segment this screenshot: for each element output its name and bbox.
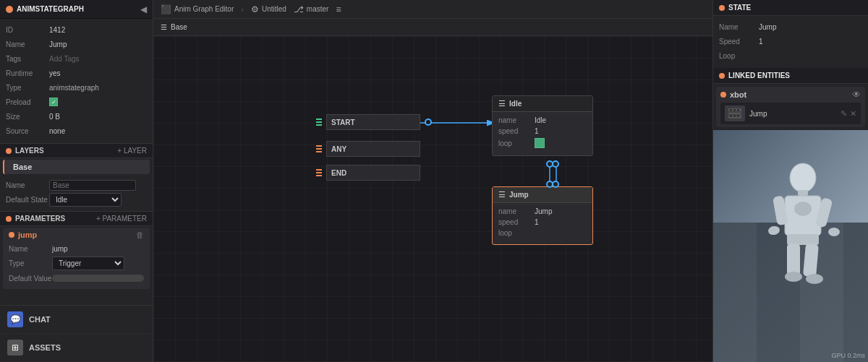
list-item[interactable]: ≡ — [336, 4, 341, 14]
anim-graph-icon: ⬛ — [161, 4, 171, 14]
param-name-label: Name — [9, 245, 52, 253]
list-icon: ≡ — [336, 4, 341, 14]
idle-node[interactable]: ☰ Idle name Idle speed 1 loop — [492, 95, 593, 156]
entity-eye-button[interactable]: 👁 — [852, 90, 861, 100]
base-tab-menu-icon: ☰ — [161, 23, 167, 31]
svg-rect-20 — [787, 234, 819, 245]
entity-item-xbot: xbot 👁 — [716, 87, 865, 127]
svg-rect-4 — [730, 109, 732, 111]
svg-rect-5 — [733, 109, 736, 111]
jump-node[interactable]: ☰ Jump name Jump speed 1 loop — [492, 186, 593, 245]
svg-rect-13 — [798, 190, 808, 196]
add-tags-button[interactable]: Add Tags — [49, 55, 80, 63]
settings-icon: ⚙ — [251, 4, 259, 14]
svg-point-24 — [806, 274, 823, 284]
base-tab-text: Base — [171, 23, 187, 31]
idle-node-body: name Idle speed 1 loop — [493, 112, 592, 155]
base-tab[interactable]: ☰ Base — [153, 19, 712, 36]
param-delete-button[interactable]: 🗑 — [136, 230, 144, 239]
entity-header: xbot 👁 — [720, 90, 861, 100]
graph-area[interactable]: START ANY END — [153, 36, 712, 362]
params-title: PARAMETERS — [6, 215, 65, 223]
state-speed-value: 1 — [759, 38, 763, 46]
idle-menu-icon: ☰ — [498, 99, 506, 108]
linked-title: LINKED ENTITIES — [728, 72, 790, 79]
param-header: jump 🗑 — [9, 230, 144, 239]
anim-edit-button[interactable]: ✎ — [841, 109, 847, 118]
add-param-button[interactable]: + PARAMETER — [96, 215, 147, 223]
assets-label: ASSETS — [29, 343, 61, 352]
param-type-label: Type — [9, 259, 52, 267]
add-layer-button[interactable]: + LAYER — [117, 147, 147, 155]
collapse-button[interactable]: ◀ — [140, 4, 147, 14]
settings-item[interactable]: ⚙ Untitled — [251, 4, 286, 14]
default-state-select[interactable]: Idle — [49, 193, 122, 207]
start-label: START — [331, 118, 355, 126]
param-type-row: Type Trigger — [9, 257, 144, 270]
id-row: ID 1412 — [6, 23, 147, 36]
start-node[interactable]: START — [316, 114, 432, 130]
layer-name: Base — [13, 163, 32, 171]
layer-name-input[interactable] — [49, 180, 136, 191]
tags-label: Tags — [6, 55, 49, 63]
idle-loop-row: loop — [498, 138, 587, 148]
anim-close-button[interactable]: ✕ — [850, 109, 856, 118]
start-node-bar: START — [326, 114, 420, 130]
layer-item-base[interactable]: Base — [3, 160, 150, 174]
idle-loop-label: loop — [498, 139, 535, 147]
source-row: Source none — [6, 124, 147, 137]
gpu-info: GPU 0.2ms — [831, 352, 865, 359]
param-name-row: Name jump — [9, 242, 144, 255]
linked-dot-icon — [719, 73, 725, 79]
jump-speed-row: speed 1 — [498, 218, 587, 226]
idle-name-row: name Idle — [498, 116, 587, 124]
anim-name: Jump — [749, 110, 836, 118]
branch-label: master — [307, 5, 329, 13]
svg-rect-22 — [803, 244, 819, 277]
name-value: Jump — [49, 40, 147, 48]
layer-name-label: Name — [6, 181, 49, 189]
param-type-select[interactable]: Trigger — [52, 257, 124, 270]
svg-point-19 — [828, 228, 840, 236]
jump-name-value: Jump — [535, 207, 587, 215]
param-item-jump: jump 🗑 Name jump Type Trigger Default Va… — [3, 228, 150, 289]
jump-header-text: Jump — [509, 191, 529, 199]
svg-point-15 — [794, 202, 812, 216]
assets-item[interactable]: ⊞ ASSETS — [0, 334, 153, 362]
jump-node-body: name Jump speed 1 loop — [493, 203, 592, 244]
any-node[interactable]: ANY — [316, 141, 420, 157]
id-value: 1412 — [49, 26, 147, 34]
end-node[interactable]: END — [316, 165, 420, 181]
params-dot-icon — [6, 216, 12, 222]
jump-name-label: name — [498, 207, 535, 215]
panel-title: ANIMSTATEGRAPH — [6, 5, 84, 13]
idle-output-port-2[interactable] — [552, 160, 559, 168]
jump-name-row: name Jump — [498, 207, 587, 215]
param-name: jump — [9, 230, 37, 239]
params-title-text: PARAMETERS — [15, 215, 65, 223]
idle-name-label: name — [498, 116, 535, 124]
film-icon — [728, 108, 741, 118]
preview-area: GPU 0.2ms — [713, 130, 868, 362]
param-name-text: jump — [18, 230, 37, 239]
param-default-value — [52, 275, 144, 282]
branch-item[interactable]: ⎇ master — [294, 4, 329, 14]
chat-item[interactable]: 💬 CHAT — [0, 306, 153, 334]
state-loop-label: Loop — [719, 52, 759, 60]
idle-loop-checkbox[interactable] — [535, 138, 545, 148]
end-label: END — [331, 169, 346, 177]
preload-checkbox[interactable]: ✓ — [49, 98, 58, 106]
svg-rect-6 — [737, 109, 739, 111]
anim-graph-editor-item[interactable]: ⬛ Anim Graph Editor — [161, 4, 234, 14]
idle-header-text: Idle — [509, 100, 522, 108]
anim-graph-label: Anim Graph Editor — [174, 5, 234, 13]
start-output-port[interactable] — [425, 118, 432, 126]
preload-label: Preload — [6, 98, 49, 106]
base-tab-label: ☰ Base — [161, 23, 187, 31]
jump-input-port-2[interactable] — [552, 181, 559, 188]
entity-name: xbot — [720, 90, 746, 99]
idle-speed-label: speed — [498, 127, 535, 135]
default-state-row: Default State Idle — [6, 193, 147, 207]
layers-section-header: LAYERS + LAYER — [0, 143, 153, 158]
jump-node-header: ☰ Jump — [493, 187, 592, 203]
